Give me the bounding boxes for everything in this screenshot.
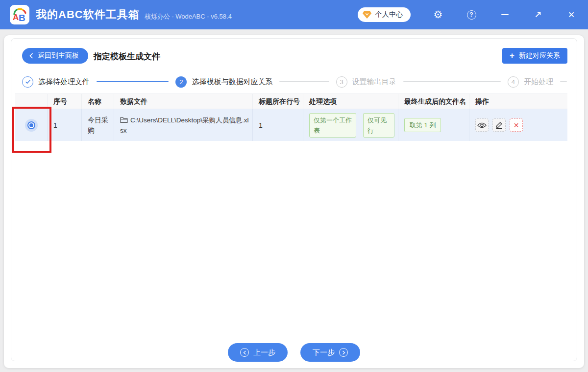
table-row[interactable]: 1 今日采购 C:\Users\DELL\Desktop\采购人员信息.xlsx… (15, 109, 567, 141)
svg-text:B: B (19, 13, 25, 23)
step-2-label: 选择模板与数据对应关系 (192, 77, 272, 87)
option-tag-first-sheet: 仅第一个工作表 (309, 113, 356, 138)
step-4-start: 4 开始处理 (508, 76, 553, 88)
step-3-label: 设置输出目录 (352, 77, 396, 87)
plus-icon: + (510, 51, 514, 61)
step-connector (560, 81, 567, 82)
row-file-path: C:\Users\DELL\Desktop\采购人员信息.xlsx (120, 115, 252, 136)
new-relation-button[interactable]: + 新建对应关系 (502, 48, 567, 64)
wizard-footer: 上一步 下一步 (11, 343, 577, 362)
app-logo-icon: A B (10, 5, 29, 24)
step-3-output-dir: 3 设置输出目录 (336, 76, 396, 88)
settings-gear-icon[interactable]: ⚙ (432, 9, 444, 21)
next-step-button[interactable]: 下一步 (300, 343, 360, 362)
back-button-label: 返回到主面板 (38, 51, 79, 60)
content-card: 返回到主面板 指定模板生成文件 + 新建对应关系 选择待处理文件 2 选择模板与… (11, 38, 577, 361)
header-name: 名称 (82, 94, 114, 109)
header-filename: 最终生成后的文件名 (398, 94, 469, 109)
maximize-button[interactable] (532, 9, 544, 21)
delete-button[interactable]: ✕ (510, 118, 523, 132)
svg-text:A: A (13, 13, 19, 22)
row-name: 今日采购 (88, 115, 114, 136)
step-1-label: 选择待处理文件 (38, 77, 90, 87)
app-subtitle-version: 核烁办公 - WodeABC - v6.58.4 (145, 12, 232, 21)
folder-icon (120, 116, 128, 123)
row-title-row-cell: 1 (253, 109, 303, 141)
header-actions: 操作 (469, 94, 567, 109)
preview-button[interactable] (475, 118, 489, 132)
step-connector (403, 81, 501, 82)
user-center-label: 个人中心 (375, 10, 403, 19)
circle-chevron-right-icon (339, 348, 348, 357)
step-1-select-files: 选择待处理文件 (22, 76, 90, 88)
row-options-cell: 仅第一个工作表 仅可见行 (303, 109, 398, 141)
app-title: 我的ABC软件工具箱 (36, 7, 140, 22)
edit-button[interactable] (492, 118, 506, 132)
row-select-cell (15, 109, 48, 141)
vip-gem-icon (362, 10, 372, 19)
header-data-file: 数据文件 (114, 94, 253, 109)
pencil-icon (495, 121, 503, 129)
step-3-number: 3 (336, 76, 347, 88)
header-select (15, 94, 48, 109)
close-button[interactable]: ✕ (565, 9, 577, 21)
relations-table: 序号 名称 数据文件 标题所在行号 处理选项 最终生成后的文件名 操作 1 今日… (15, 93, 567, 141)
circle-chevron-left-icon (240, 348, 249, 357)
table-header-row: 序号 名称 数据文件 标题所在行号 处理选项 最终生成后的文件名 操作 (15, 93, 567, 109)
next-step-label: 下一步 (313, 348, 335, 357)
eye-icon (477, 122, 487, 128)
prev-step-button[interactable]: 上一步 (228, 343, 288, 362)
row-name-cell: 今日采购 (82, 109, 114, 141)
minimize-button[interactable] (499, 9, 511, 21)
new-relation-label: 新建对应关系 (519, 51, 560, 60)
header-title-row: 标题所在行号 (253, 94, 303, 109)
header-options: 处理选项 (303, 94, 398, 109)
delete-x-icon: ✕ (514, 121, 519, 129)
chevron-left-icon (29, 53, 33, 59)
step-2-number: 2 (175, 76, 187, 88)
step-indicator: 选择待处理文件 2 选择模板与数据对应关系 3 设置输出目录 4 开始处理 (22, 75, 567, 89)
row-filename-cell: 取第 1 列 (398, 109, 469, 141)
row-actions-cell: ✕ (469, 109, 567, 141)
user-center-button[interactable]: 个人中心 (358, 7, 411, 22)
prev-step-label: 上一步 (253, 348, 275, 357)
step-1-check-icon (22, 76, 33, 88)
titlebar: A B 我的ABC软件工具箱 核烁办公 - WodeABC - v6.58.4 … (0, 0, 588, 29)
step-connector (97, 81, 169, 82)
header-index: 序号 (48, 94, 82, 109)
page-title: 指定模板生成文件 (94, 51, 160, 62)
filename-rule-tag: 取第 1 列 (404, 118, 441, 132)
help-icon[interactable]: ? (466, 9, 477, 21)
row-file-cell: C:\Users\DELL\Desktop\采购人员信息.xlsx (114, 109, 253, 141)
step-4-number: 4 (508, 76, 519, 88)
option-tag-visible-rows: 仅可见行 (363, 113, 394, 138)
step-2-mapping: 2 选择模板与数据对应关系 (175, 76, 272, 88)
back-to-main-button[interactable]: 返回到主面板 (22, 48, 88, 64)
row-index-cell: 1 (48, 109, 82, 141)
row-radio-selected[interactable] (27, 121, 35, 129)
titlebar-controls: 个人中心 ⚙ ? ✕ (358, 7, 577, 22)
step-connector (279, 81, 329, 82)
step-4-label: 开始处理 (524, 77, 553, 87)
